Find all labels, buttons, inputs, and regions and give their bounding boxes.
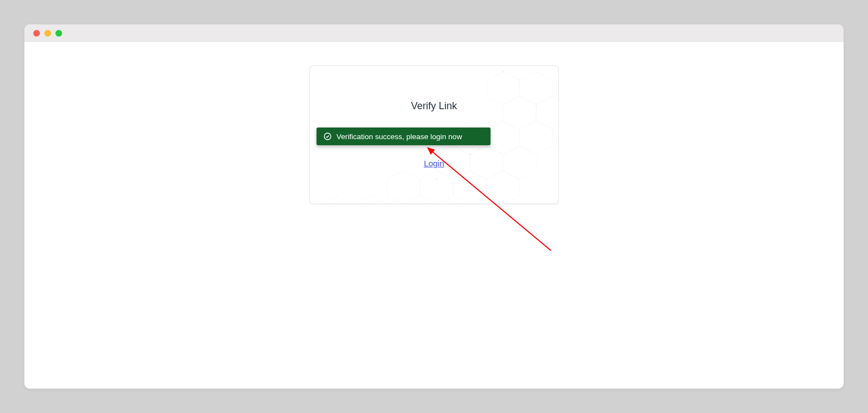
minimize-window-button[interactable] — [44, 30, 51, 37]
svg-marker-5 — [519, 121, 553, 155]
success-alert: Verification success, please login now — [316, 128, 491, 145]
svg-marker-14 — [354, 196, 387, 204]
svg-point-18 — [519, 79, 520, 80]
app-window: Verify Link Verification success, please… — [24, 24, 844, 389]
check-circle-icon — [323, 132, 332, 141]
svg-marker-0 — [487, 72, 520, 105]
card-content: Verify Link Verification success, please… — [345, 100, 523, 168]
svg-marker-10 — [420, 171, 453, 204]
alert-row: Verification success, please login now — [345, 128, 523, 159]
svg-marker-1 — [519, 72, 553, 105]
content-area: Verify Link Verification success, please… — [24, 42, 844, 389]
svg-marker-11 — [453, 171, 487, 204]
svg-marker-15 — [321, 196, 354, 204]
svg-marker-12 — [487, 171, 520, 204]
svg-point-22 — [436, 179, 437, 180]
svg-point-19 — [535, 104, 537, 105]
svg-marker-3 — [536, 96, 558, 130]
svg-marker-13 — [387, 171, 420, 204]
verify-card: Verify Link Verification success, please… — [309, 65, 559, 204]
svg-marker-16 — [310, 196, 321, 204]
svg-point-23 — [324, 133, 331, 140]
svg-point-17 — [502, 70, 504, 72]
login-link[interactable]: Login — [424, 159, 445, 168]
card-title: Verify Link — [411, 100, 457, 112]
maximize-window-button[interactable] — [55, 30, 62, 37]
titlebar — [24, 24, 844, 42]
close-window-button[interactable] — [33, 30, 40, 37]
alert-message: Verification success, please login now — [336, 132, 462, 141]
